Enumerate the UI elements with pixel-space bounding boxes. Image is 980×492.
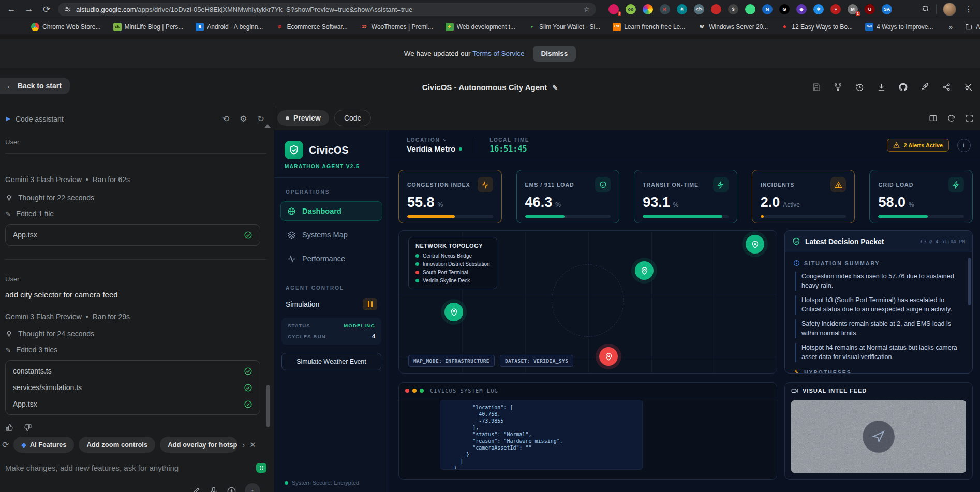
decision-scrollbar-thumb[interactable] [968, 258, 971, 305]
bookmark-item[interactable]: ●Slim Your Wallet - Sl... [528, 23, 600, 31]
extension-icon[interactable]: oo [626, 4, 636, 14]
simulate-weather-button[interactable]: Simulate Weather Event [281, 353, 381, 370]
bookmark-item[interactable]: ●Chrome Web Store... [31, 23, 101, 31]
thumbs-up-icon[interactable] [5, 423, 14, 432]
extension-icon[interactable]: $ [728, 4, 738, 14]
omnibox[interactable]: aistudio.google.com/apps/drive/1oDvzi-05… [58, 3, 596, 16]
extension-icon[interactable]: N [762, 4, 773, 14]
edited-file-row[interactable]: constants.ts [13, 363, 253, 379]
extension-icon[interactable]: ◆ [796, 4, 807, 14]
bookmark-item[interactable]: 15WooThemes | Premi... [360, 23, 433, 31]
edited-file-row[interactable]: App.tsx [13, 227, 253, 243]
edited-row[interactable]: ✎ Edited 3 files [5, 346, 266, 354]
fullscreen-icon[interactable] [965, 114, 974, 123]
tab-preview[interactable]: Preview [277, 110, 329, 126]
bookmark-item[interactable]: ⚡Web development t... [446, 23, 515, 31]
extension-icon[interactable]: </> [694, 4, 704, 14]
extension-icon[interactable]: U [865, 4, 875, 14]
panel-resize-handle[interactable] [264, 124, 271, 128]
bookmark-item[interactable]: WWindows Server 20... [697, 23, 768, 31]
extension-icon[interactable]: M1 [848, 4, 858, 14]
prompt-input[interactable]: Make changes, add new features, ask for … [5, 463, 266, 473]
thumbs-down-icon[interactable] [23, 423, 32, 432]
log-code-box[interactable]: "location": [ 40.758, -73.9855 ], "statu… [440, 400, 643, 470]
thought-row[interactable]: Thought for 22 seconds [5, 193, 266, 202]
map-panel[interactable]: NETWORK TOPOLOGY Central Nexus BridgeInn… [398, 230, 777, 374]
history-icon[interactable] [853, 80, 866, 94]
sidebar-item-performance[interactable]: Performance [280, 249, 382, 269]
tab-code[interactable]: Code [334, 110, 371, 126]
assistant-settings-icon[interactable]: ⚙ [240, 114, 247, 124]
extension-icon[interactable] [643, 4, 653, 14]
bookmark-item[interactable]: Bell4 Ways to Improve... [865, 23, 933, 31]
back-icon[interactable]: ← [5, 4, 18, 14]
chrome-menu-icon[interactable]: ⋮ [962, 5, 975, 14]
info-icon[interactable]: i [957, 139, 971, 152]
api-key-off-icon[interactable] [961, 80, 975, 94]
device-layout-icon[interactable] [929, 114, 938, 123]
edited-row[interactable]: ✎ Edited 1 file [5, 210, 266, 218]
bookmark-item[interactable]: BAndroid - A beginn... [196, 23, 263, 31]
code-sync-icon[interactable] [947, 114, 956, 123]
reload-icon[interactable]: ⟳ [40, 4, 53, 15]
chips-close-icon[interactable]: ✕ [249, 440, 256, 450]
suggestion-chip[interactable]: Add zoom controls [79, 437, 155, 453]
all-bookmarks-button[interactable]: All Bookmarks [965, 23, 980, 31]
send-button[interactable]: ↑ [245, 483, 260, 492]
bookmark-item[interactable]: LSFLearn french free Le... [613, 23, 685, 31]
bookmark-item[interactable]: ◎Ecommerce Softwar... [275, 23, 347, 31]
assistant-scrollbar-thumb[interactable] [266, 385, 270, 427]
extension-icon[interactable]: ! [608, 4, 619, 14]
bookmark-item[interactable]: ckMintLife Blog | Pers... [113, 23, 184, 31]
dismiss-button[interactable]: Dismiss [533, 46, 576, 62]
regenerate-suggestions-icon[interactable]: ⟳ [2, 440, 9, 450]
extension-icon[interactable]: K [660, 4, 670, 14]
camera-static-view[interactable] [791, 400, 966, 473]
pause-simulation-button[interactable] [363, 298, 377, 310]
suggestion-chip[interactable]: Add overlay for hotspot inf [160, 437, 237, 453]
extension-icon[interactable]: SA [882, 4, 892, 14]
bookmark-star-icon[interactable]: ☆ [583, 5, 590, 13]
apps-grid-green-icon[interactable] [256, 463, 266, 473]
extension-icon[interactable]: G [779, 4, 790, 14]
fork-icon[interactable] [831, 80, 844, 94]
sidebar-item-dashboard[interactable]: Dashboard [280, 201, 382, 221]
mic-icon[interactable] [209, 486, 218, 492]
map-marker[interactable] [635, 261, 654, 280]
draw-pencil-icon[interactable] [191, 486, 201, 492]
extension-icon[interactable] [745, 4, 755, 14]
map-marker[interactable] [599, 347, 618, 366]
location-block[interactable]: LOCATION Veridia Metro [407, 137, 462, 153]
extension-icon[interactable]: » [830, 4, 841, 14]
deploy-rocket-icon[interactable] [918, 80, 931, 94]
edit-title-icon[interactable]: ✎ [552, 84, 558, 92]
extension-icon[interactable] [711, 4, 721, 14]
add-attachment-icon[interactable] [227, 486, 236, 492]
sidebar-item-systems-map[interactable]: Systems Map [280, 225, 382, 245]
bookmark-item[interactable]: ◆12 Easy Ways to Bo... [780, 23, 853, 31]
assistant-refresh-icon[interactable]: ↻ [258, 114, 264, 124]
assistant-arrow-icon[interactable] [5, 116, 11, 122]
forward-icon[interactable]: → [23, 4, 35, 14]
site-info-icon[interactable] [64, 6, 71, 13]
situation-summary-label: SITUATION SUMMARY [793, 260, 963, 266]
bookmarks-overflow-icon[interactable]: » [949, 23, 953, 31]
save-icon[interactable] [809, 80, 823, 94]
extensions-puzzle-icon[interactable] [921, 5, 930, 14]
share-icon[interactable] [940, 80, 953, 94]
download-icon[interactable] [874, 80, 888, 94]
github-icon[interactable] [896, 80, 910, 94]
suggestion-chip[interactable]: ◆AI Features [13, 437, 74, 453]
chat-history-icon[interactable]: ⟲ [222, 114, 229, 124]
edited-file-row[interactable]: App.tsx [13, 396, 253, 412]
alerts-badge[interactable]: 2 Alerts Active [887, 139, 949, 152]
profile-avatar[interactable] [943, 3, 956, 16]
extension-icon[interactable]: ❄ [813, 4, 824, 14]
thought-row[interactable]: Thought for 24 seconds [5, 330, 266, 338]
map-marker[interactable] [746, 235, 764, 254]
edited-file-row[interactable]: services/simulation.ts [13, 379, 253, 396]
map-marker[interactable] [444, 303, 463, 321]
extension-icon[interactable]: ✳ [677, 4, 687, 14]
chips-scroll-right-icon[interactable]: › [242, 440, 245, 449]
tos-link[interactable]: Terms of Service [472, 50, 525, 57]
